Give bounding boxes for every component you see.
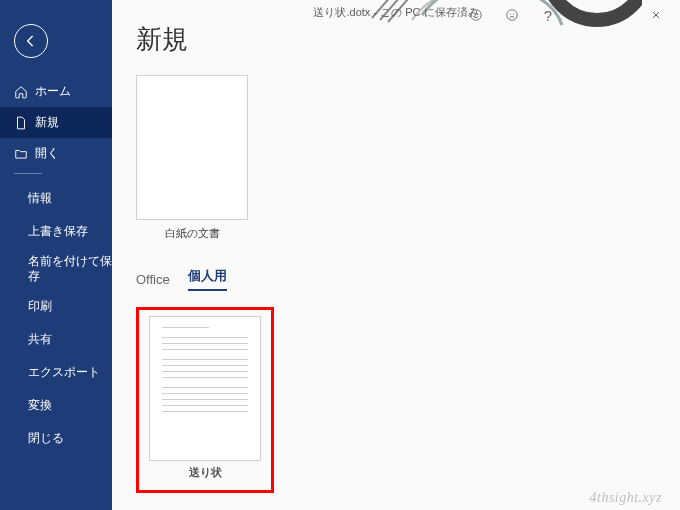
sidebar-item-home[interactable]: ホーム bbox=[0, 76, 112, 107]
template-okurijo-thumb bbox=[149, 316, 261, 461]
arrow-left-icon bbox=[23, 33, 39, 49]
sidebar-label-save-overwrite: 上書き保存 bbox=[28, 223, 88, 240]
new-file-icon bbox=[14, 116, 28, 130]
main-area: 送り状.dotx - この PC に保存済み ? bbox=[112, 0, 680, 510]
sidebar-secondary-group: 情報 上書き保存 名前を付けて保存 印刷 共有 エクスポート 変換 閉じる bbox=[0, 182, 112, 455]
open-folder-icon bbox=[14, 147, 28, 161]
sidebar-label-close: 閉じる bbox=[28, 430, 64, 447]
content-area: 新規 白紙の文書 Office 個人用 bbox=[136, 22, 664, 510]
svg-point-8 bbox=[477, 13, 478, 14]
window-title: 送り状.dotx - この PC に保存済み bbox=[313, 5, 478, 20]
sidebar-item-export[interactable]: エクスポート bbox=[0, 356, 112, 389]
template-blank-label: 白紙の文書 bbox=[165, 226, 220, 241]
sidebar-item-share[interactable]: 共有 bbox=[0, 323, 112, 356]
sidebar-item-print[interactable]: 印刷 bbox=[0, 290, 112, 323]
title-filename: 送り状.dotx bbox=[313, 6, 370, 18]
highlight-annotation: 送り状 bbox=[136, 307, 274, 493]
sidebar-item-close[interactable]: 閉じる bbox=[0, 422, 112, 455]
app-window: ホーム 新規 開く 情報 上書き保存 名前を付けて保存 印刷 共有 エクスポート… bbox=[0, 0, 680, 510]
sidebar-item-new[interactable]: 新規 bbox=[0, 107, 112, 138]
template-okurijo-label: 送り状 bbox=[189, 465, 222, 480]
svg-point-10 bbox=[510, 13, 511, 14]
sidebar-label-share: 共有 bbox=[28, 331, 52, 348]
title-separator: - bbox=[373, 6, 380, 18]
back-button[interactable] bbox=[14, 24, 48, 58]
template-blank-document[interactable]: 白紙の文書 bbox=[136, 75, 248, 241]
featured-templates-row: 白紙の文書 bbox=[136, 75, 664, 241]
sidebar-label-home: ホーム bbox=[35, 83, 71, 100]
sidebar-label-save-as: 名前を付けて保存 bbox=[28, 254, 112, 284]
tab-personal[interactable]: 個人用 bbox=[188, 267, 227, 291]
backstage-sidebar: ホーム 新規 開く 情報 上書き保存 名前を付けて保存 印刷 共有 エクスポート… bbox=[0, 0, 112, 510]
template-blank-thumb bbox=[136, 75, 248, 220]
sidebar-item-save-as[interactable]: 名前を付けて保存 bbox=[0, 248, 112, 290]
sidebar-item-info[interactable]: 情報 bbox=[0, 182, 112, 215]
sidebar-label-transform: 変換 bbox=[28, 397, 52, 414]
svg-point-9 bbox=[507, 10, 518, 21]
page-title: 新規 bbox=[136, 22, 664, 57]
template-okurijo[interactable]: 送り状 bbox=[149, 316, 261, 480]
home-icon bbox=[14, 85, 28, 99]
svg-rect-13 bbox=[617, 12, 623, 18]
personal-templates-row: 送り状 bbox=[136, 307, 664, 493]
svg-point-6 bbox=[471, 10, 482, 21]
sidebar-label-print: 印刷 bbox=[28, 298, 52, 315]
sidebar-label-info: 情報 bbox=[28, 190, 52, 207]
watermark-text: 4thsight.xyz bbox=[590, 490, 663, 506]
sidebar-label-open: 開く bbox=[35, 145, 59, 162]
tab-office[interactable]: Office bbox=[136, 272, 170, 291]
sidebar-item-save-overwrite[interactable]: 上書き保存 bbox=[0, 215, 112, 248]
sidebar-label-export: エクスポート bbox=[28, 364, 100, 381]
sidebar-label-new: 新規 bbox=[35, 114, 59, 131]
svg-point-11 bbox=[513, 13, 514, 14]
sidebar-item-transform[interactable]: 変換 bbox=[0, 389, 112, 422]
template-tabs: Office 個人用 bbox=[136, 267, 664, 291]
sidebar-item-open[interactable]: 開く bbox=[0, 138, 112, 169]
sidebar-separator bbox=[14, 173, 42, 174]
svg-point-7 bbox=[474, 13, 475, 14]
